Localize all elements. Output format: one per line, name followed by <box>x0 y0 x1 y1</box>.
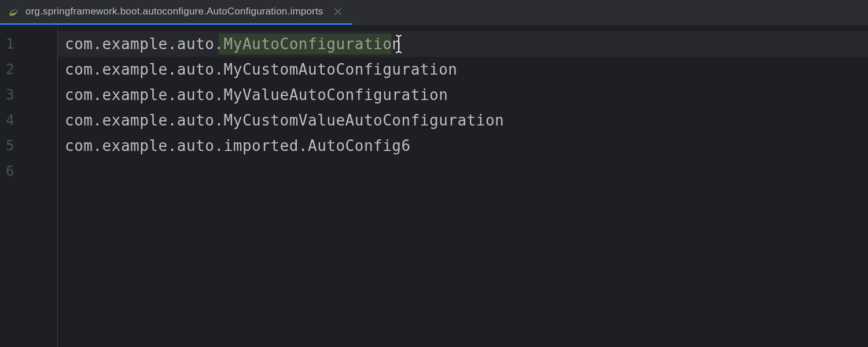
code-line[interactable]: com.example.auto.imported.AutoConfig6 <box>58 133 868 158</box>
line-number: 4 <box>0 108 57 133</box>
line-number: 3 <box>0 82 57 108</box>
tab-bar: org.springframework.boot.autoconfigure.A… <box>0 0 868 25</box>
line-number: 1 <box>0 31 57 57</box>
spring-leaf-icon <box>8 6 20 17</box>
code-area[interactable]: com.example.auto.MyAutoConfigurationcom.… <box>58 25 868 347</box>
code-line[interactable]: com.example.auto.MyCustomValueAutoConfig… <box>58 108 868 133</box>
code-line[interactable]: com.example.auto.MyValueAutoConfiguratio… <box>58 82 868 108</box>
identifier-highlight <box>219 34 391 54</box>
code-line[interactable]: com.example.auto.MyAutoConfiguration <box>58 31 868 57</box>
line-number-gutter: 123456 <box>0 25 58 347</box>
code-line[interactable] <box>58 158 868 184</box>
line-number: 2 <box>0 57 57 82</box>
close-icon[interactable] <box>333 6 343 17</box>
line-number: 5 <box>0 133 57 158</box>
editor[interactable]: 123456 com.example.auto.MyAutoConfigurat… <box>0 25 868 347</box>
tab-title: org.springframework.boot.autoconfigure.A… <box>25 6 323 17</box>
tab-active[interactable]: org.springframework.boot.autoconfigure.A… <box>0 0 352 25</box>
line-number: 6 <box>0 158 57 184</box>
code-line[interactable]: com.example.auto.MyCustomAutoConfigurati… <box>58 57 868 82</box>
